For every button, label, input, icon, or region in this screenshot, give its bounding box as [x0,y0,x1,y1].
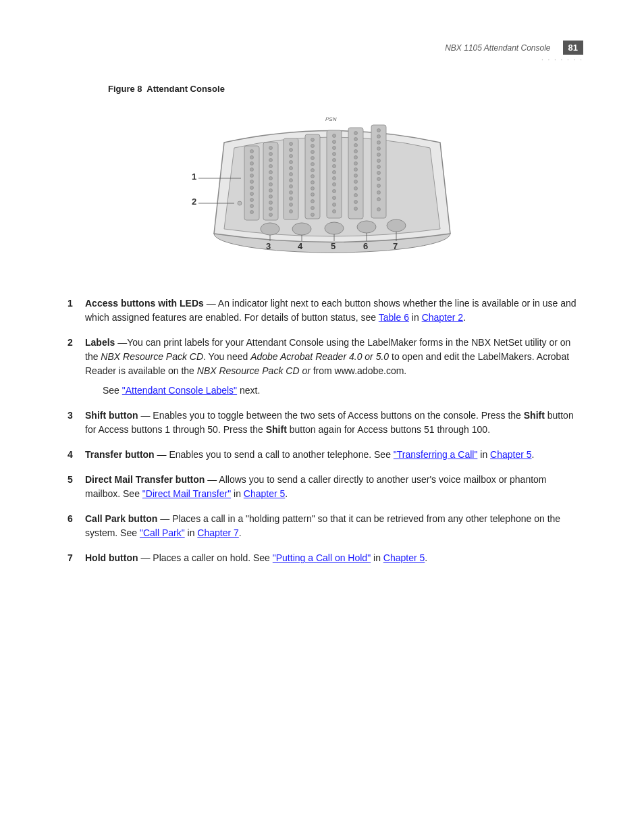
svg-point-29 [290,155,293,158]
svg-point-48 [311,187,315,190]
svg-point-36 [290,197,293,201]
item-title-1: Access buttons with LEDs [85,298,204,309]
svg-point-45 [311,169,315,172]
shift-bold-2: Shift [266,424,287,435]
svg-point-3 [250,156,254,159]
item-number-6: 6 [68,512,78,540]
svg-text:1: 1 [192,172,196,182]
svg-rect-67 [348,128,363,219]
item-content-4: Transfer button — Enables you to send a … [85,448,583,462]
svg-point-11 [250,205,254,208]
item-content-1: Access buttons with LEDs — An indicator … [85,296,583,325]
svg-point-22 [269,195,273,199]
svg-text:6: 6 [363,241,368,251]
svg-point-28 [290,149,293,152]
svg-point-17 [269,165,273,168]
svg-point-55 [333,140,336,144]
svg-point-58 [333,159,336,162]
item-title-6: Call Park button [85,513,157,524]
svg-point-95 [261,223,279,235]
svg-text:2: 2 [192,197,196,207]
list-item-1: 1 Access buttons with LEDs — An indicato… [68,296,583,325]
item-title-4: Transfer button [85,449,155,460]
link-direct-mail[interactable]: "Direct Mail Transfer" [142,488,231,499]
svg-point-64 [333,197,336,200]
svg-point-25 [269,213,273,217]
svg-point-38 [290,210,293,213]
link-table6[interactable]: Table 6 [379,312,409,323]
svg-point-34 [290,185,293,188]
link-attendant-labels[interactable]: "Attendant Console Labels" [122,385,237,396]
item-number-3: 3 [68,409,78,437]
link-transferring-call[interactable]: "Transferring a Call" [394,449,478,460]
svg-point-5 [250,168,254,172]
link-chapter5-dmt[interactable]: Chapter 5 [244,488,285,499]
svg-point-79 [354,201,358,204]
svg-point-99 [387,219,406,232]
svg-point-57 [333,153,336,156]
svg-point-96 [292,223,311,235]
item-content-7: Hold button — Places a caller on hold. S… [85,551,583,565]
link-call-park[interactable]: "Call Park" [140,527,185,538]
svg-point-10 [250,199,254,202]
link-chapter2[interactable]: Chapter 2 [422,312,463,323]
link-chapter7[interactable]: Chapter 7 [197,527,238,538]
svg-point-83 [377,135,381,138]
item-number-2: 2 [68,336,78,398]
link-chapter5-hold[interactable]: Chapter 5 [383,552,425,563]
svg-point-69 [354,138,358,141]
link-hold[interactable]: "Putting a Call on Hold" [273,552,371,563]
svg-point-75 [354,174,358,178]
svg-point-68 [354,132,358,135]
item-2-subpara: See "Attendant Console Labels" next. [103,384,583,398]
svg-point-8 [250,186,254,190]
svg-point-70 [354,144,358,147]
figure-label: Figure 8 Attendant Console [108,84,583,94]
svg-point-42 [311,151,315,154]
svg-point-21 [269,189,273,192]
svg-point-63 [333,190,336,193]
svg-point-86 [377,153,381,157]
console-diagram: 1 2 3 4 5 6 7 [184,102,467,278]
svg-point-35 [290,191,293,194]
link-chapter5-transfer[interactable]: Chapter 5 [490,449,531,460]
svg-point-43 [311,157,315,160]
svg-point-78 [354,194,358,197]
svg-point-93 [377,198,381,201]
svg-point-54 [333,134,336,138]
svg-point-31 [290,167,293,170]
content-list: 1 Access buttons with LEDs — An indicato… [68,296,583,565]
item-number-5: 5 [68,473,78,501]
svg-point-19 [269,177,273,180]
svg-point-100 [238,201,242,205]
item-number-1: 1 [68,296,78,325]
page: NBX 1105 Attendant Console 81 · · · · · … [0,0,644,834]
svg-text:7: 7 [393,241,398,251]
header-title: NBX 1105 Attendant Console [445,43,550,53]
svg-point-52 [311,213,315,217]
svg-point-87 [377,159,381,163]
svg-point-49 [311,193,315,197]
svg-point-41 [311,145,315,148]
svg-point-59 [333,165,336,168]
svg-point-12 [250,211,254,214]
item-title-2: Labels [85,337,115,348]
italic-nbx-cd: NBX Resource Pack CD [101,351,203,362]
svg-point-6 [250,174,254,178]
svg-point-24 [269,207,273,211]
italic-or: or [302,365,310,376]
svg-point-92 [377,191,381,194]
svg-point-84 [377,141,381,145]
svg-point-14 [269,147,273,150]
page-number: 81 [563,41,583,55]
item-title-7: Hold button [85,552,138,563]
svg-point-20 [269,183,273,186]
svg-point-72 [354,156,358,159]
svg-point-66 [333,210,336,213]
header-dots: · · · · · · · [541,56,583,63]
svg-point-60 [333,171,336,174]
svg-point-62 [333,183,336,186]
svg-point-56 [333,147,336,150]
svg-point-80 [354,207,358,211]
svg-point-89 [377,172,381,175]
